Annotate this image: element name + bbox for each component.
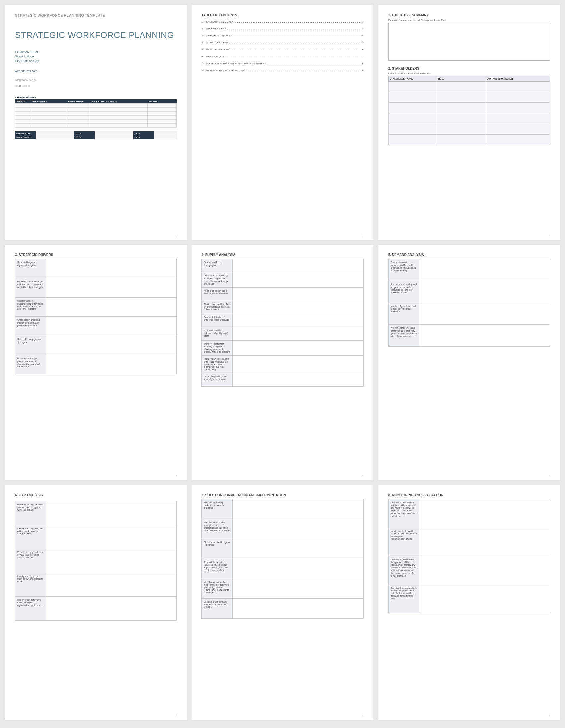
prompt-value[interactable] — [232, 259, 363, 272]
toc-text: SOLUTION FORMULATION AND IMPLEMENTATION — [206, 62, 266, 65]
prompt-label: Describe how workforce solutions will be… — [388, 499, 419, 528]
prompt-value[interactable] — [232, 356, 363, 373]
prompt-value[interactable] — [46, 355, 177, 374]
prompt-label: Identify any applicable strategies other… — [202, 519, 233, 539]
table-row: State the most critical gaps to address — [202, 539, 363, 559]
page-number: 5 — [362, 475, 364, 477]
prompt-value[interactable] — [232, 340, 363, 356]
toc-dots — [225, 57, 361, 57]
prompt-label: Any anticipated workload changes due to … — [388, 325, 419, 347]
prompt-value[interactable] — [419, 303, 550, 325]
prompt-value[interactable] — [46, 596, 177, 620]
prompt-value[interactable] — [232, 287, 363, 301]
prompt-label: Short and long-term organizational goals — [15, 259, 46, 278]
toc-page: 8 — [362, 62, 363, 65]
prompt-label: Identify what gaps are most critical con… — [15, 525, 46, 549]
prompt-label: Describe short-term and long-term implem… — [202, 598, 233, 618]
prompt-value[interactable] — [232, 539, 363, 559]
prompt-label: Identify any existing workforce interven… — [202, 499, 233, 519]
prompt-value[interactable] — [232, 314, 363, 327]
table-row: Identify any existing workforce interven… — [202, 499, 363, 519]
prompt-label: Current distribution of employee years o… — [202, 314, 233, 327]
table-row: Stakeholder engagement strategies — [15, 336, 177, 355]
prompt-value[interactable] — [46, 573, 177, 596]
prompt-value[interactable] — [232, 579, 363, 598]
toc-page: 3 — [362, 20, 363, 23]
table-row — [15, 108, 177, 112]
prompt-value[interactable] — [232, 499, 363, 519]
toc-row: 2.STAKEHOLDERS3 — [201, 27, 363, 30]
toc-text: GAP ANALYSIS — [206, 55, 224, 58]
prompt-value[interactable] — [419, 325, 550, 347]
page-number: 2 — [362, 234, 364, 237]
prompt-value[interactable] — [232, 272, 363, 288]
toc-dots — [267, 64, 361, 64]
toc-num: 5. — [201, 48, 206, 51]
prompt-value[interactable] — [419, 528, 550, 556]
page-4: 3. STRATEGIC DRIVERS Short and long-term… — [5, 245, 187, 480]
vh-col-revdate: REVISION DATE — [67, 99, 89, 104]
page-7: 6. GAP ANALYSIS Describe the gaps betwee… — [5, 485, 187, 720]
toc-page: 3 — [362, 27, 363, 30]
toc-num: 6. — [201, 55, 206, 58]
table-row: Identify any factors that might impede o… — [202, 579, 363, 598]
vh-col-author: AUTHOR — [147, 99, 177, 104]
exec-box[interactable] — [388, 23, 550, 61]
toc-text: DEMAND ANALYSIS — [206, 48, 229, 51]
prompt-value[interactable] — [419, 281, 550, 303]
company-name: COMPANY NAME — [15, 50, 177, 55]
table-row: Attrition rates and the effect on organi… — [202, 301, 363, 314]
toc-num: 4. — [201, 41, 206, 44]
table-row: Describe how workforce solutions will be… — [388, 499, 550, 528]
date-label: DATE — [133, 131, 154, 135]
prompt-label: Current workforce demographic — [202, 259, 233, 272]
gap-table: Describe the gaps between your workforce… — [15, 501, 177, 621]
prompt-value[interactable] — [232, 519, 363, 539]
prompt-value[interactable] — [419, 585, 550, 613]
toc-row: 3.STRATEGIC DRIVERS4 — [201, 34, 363, 37]
page-1: STRATEGIC WORKFORCE PLANNING TEMPLATE ST… — [5, 5, 187, 240]
prompt-label: Expected program changes over the next 1… — [15, 278, 46, 298]
prompt-label: Challenges in emerging market, economic,… — [15, 317, 46, 336]
prompt-value[interactable] — [232, 559, 363, 579]
table-row: Number of employees at each organization… — [202, 287, 363, 301]
prompt-value[interactable] — [46, 298, 177, 317]
prompt-value[interactable] — [232, 327, 363, 340]
table-row: Current workforce demographic — [202, 259, 363, 272]
prompt-value[interactable] — [419, 259, 550, 281]
table-row: Upcoming legislative, policy, or regulat… — [15, 355, 177, 374]
prompt-label: Identify which gaps have more of an effe… — [15, 596, 46, 620]
document-title: STRATEGIC WORKFORCE PLANNING — [15, 30, 177, 40]
solution-table: Identify any existing workforce interven… — [201, 499, 363, 619]
prompt-value[interactable] — [46, 278, 177, 298]
prompt-value[interactable] — [419, 556, 550, 585]
prompt-value[interactable] — [46, 259, 177, 278]
demand-table: Plan or strategy to measure workload in … — [388, 259, 550, 347]
prompt-label: Describe the gaps between your workforce… — [15, 501, 46, 525]
prompt-label: Assess if the solution requires a multi-… — [202, 559, 233, 579]
drivers-heading: 3. STRATEGIC DRIVERS — [15, 253, 177, 257]
prompt-value[interactable] — [46, 525, 177, 549]
prompt-value[interactable] — [46, 317, 177, 336]
prompt-value[interactable] — [232, 373, 363, 387]
stake-caption: List of Internal and External Stakeholde… — [388, 72, 550, 75]
prompt-value[interactable] — [46, 549, 177, 573]
toc-row: 7.SOLUTION FORMULATION AND IMPLEMENTATIO… — [201, 62, 363, 65]
title-label: TITLE — [74, 131, 95, 135]
prompt-value[interactable] — [46, 501, 177, 525]
page-9: 8. MONITORING AND EVALUATION Describe ho… — [378, 485, 560, 720]
toc-page: 9 — [362, 69, 363, 72]
prompt-value[interactable] — [46, 336, 177, 355]
prompt-value[interactable] — [419, 499, 550, 528]
table-row — [388, 103, 550, 113]
st-col-contact: CONTACT INFORMATION — [485, 76, 550, 82]
prompt-value[interactable] — [232, 598, 363, 618]
table-row: Number of people needed to accomplish cu… — [388, 303, 550, 325]
prompt-label: Number of people needed to accomplish cu… — [388, 303, 419, 325]
prompt-value[interactable] — [232, 301, 363, 314]
solution-heading: 7. SOLUTION FORMULATION AND IMPLEMENTATI… — [201, 493, 363, 497]
prompt-label: State the most critical gaps to address — [202, 539, 233, 559]
table-row: Expected program changes over the next 1… — [15, 278, 177, 298]
gap-heading: 6. GAP ANALYSIS — [15, 493, 177, 497]
toc-dots — [231, 50, 361, 50]
